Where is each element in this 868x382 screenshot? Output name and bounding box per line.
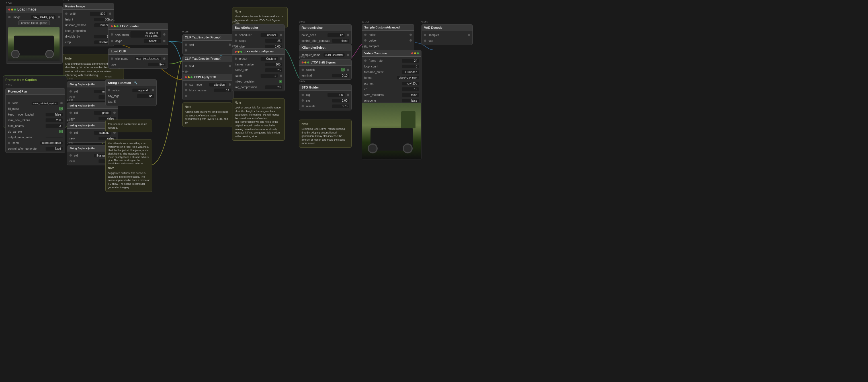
- resize-header: Resize Image: [63, 3, 114, 10]
- video-output-preview: [362, 102, 422, 159]
- load-image-title: Load Image: [18, 7, 36, 11]
- video-combine-title: Video Combine: [364, 52, 387, 55]
- prompt-group-time: 2.79s: [5, 84, 12, 87]
- string-function-emoji: 🔧: [133, 81, 137, 85]
- resize-time: 0.01s: [63, 0, 69, 2]
- prompt-group-title: Prompt from Caption: [5, 78, 64, 82]
- string-replace-4-title: String Replace (mtb): [69, 147, 95, 150]
- note-cfg-label: Note: [302, 122, 349, 126]
- note-cfg-text: Setting CFG to 1.0 will reduce running t…: [302, 127, 349, 145]
- string-function-title: String Function: [108, 81, 131, 85]
- string-replace-2-title: String Replace (mtb): [69, 104, 95, 107]
- note-suffixes: Note Suggested suffixes: The scene is ca…: [105, 164, 152, 192]
- clip-encode-2-title: CLIP Text Encode (Prompt): [185, 57, 222, 60]
- note-scheduler-label: Note: [235, 10, 285, 14]
- note-preset: Note Look at preset field for reasonable…: [232, 98, 285, 140]
- basic-scheduler-title: BasicScheduler: [235, 26, 258, 29]
- florence2run-title: Florence2Run: [8, 90, 27, 93]
- note-layers: Note Adding more layers will tend to red…: [182, 102, 232, 127]
- vae-decode-title: VAE Decode: [424, 26, 442, 29]
- sampler-custom-advanced-title: SamplerCustomAdvanced: [364, 26, 400, 29]
- clip-encode-1-title: CLIP Text Encode (Prompt): [185, 36, 222, 39]
- ksampler-select-title: KSamplerSelect: [302, 46, 326, 49]
- note-layers-label: Note: [185, 105, 229, 109]
- resize-title: Resize Image: [65, 5, 85, 8]
- note-layers-text: Adding more layers will tend to reduce t…: [185, 110, 229, 124]
- note-suffixes-text: Suggested suffixes: The scene is capture…: [108, 171, 150, 189]
- string-replace-3-title: String Replace (mtb): [69, 124, 95, 127]
- load-clip-title: Load CLIP: [111, 50, 126, 53]
- load-image-image-label: image: [13, 15, 30, 19]
- image-preview: [8, 27, 60, 61]
- note-suffixes-label: Note: [108, 166, 150, 170]
- note-preset-label: Note: [235, 101, 282, 105]
- prompt-from-caption-group: Prompt from Caption 2.79s DownloadAndLoa…: [3, 75, 67, 128]
- ltxv-model-config-title: LTXV Model Configurator: [244, 50, 275, 53]
- load-image-header: Load Image: [6, 6, 62, 13]
- ltxv-apply-stg-title: LTXV Apply STG: [194, 76, 216, 79]
- load-image-time: 0.04s: [6, 2, 12, 5]
- ltxv-loader-title: LTXV Loader: [120, 25, 139, 28]
- stg-guider-title: STG Guider: [302, 86, 319, 89]
- choose-file-button[interactable]: choose file to upload: [19, 21, 50, 25]
- note-text1-text: The scene is captured in real-life foota…: [108, 122, 150, 130]
- load-image-filename: flux_00443_.png: [31, 15, 56, 19]
- note-preset-text: Look at preset field for reasonable rang…: [235, 106, 282, 138]
- random-noise-title: RandomNoise: [302, 26, 323, 29]
- string-replace-1-title: String Replace (mtb): [69, 83, 95, 86]
- note-cfg: Note Setting CFG to 1.0 will reduce runn…: [299, 120, 352, 148]
- note-text1: The scene is captured in real-life foota…: [105, 120, 152, 132]
- ltxv-shift-sigmas-title: LTXV Shift Sigmas: [311, 61, 336, 64]
